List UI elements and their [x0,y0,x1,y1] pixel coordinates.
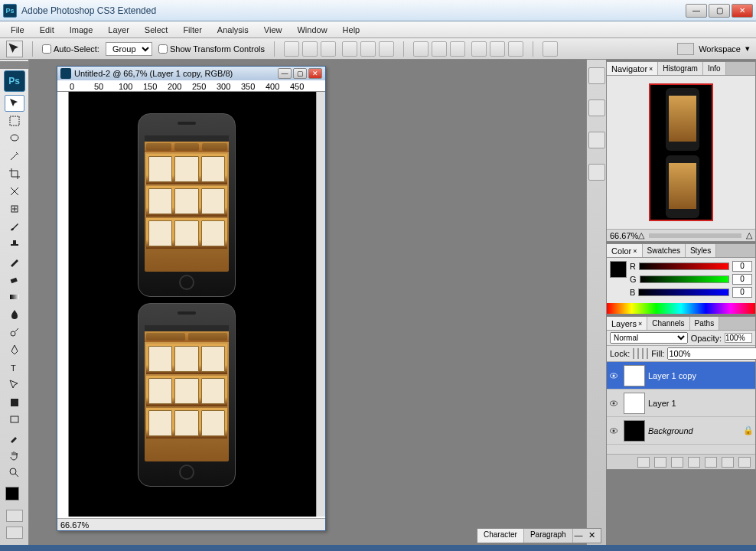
stamp-tool[interactable] [5,236,24,253]
layer-name[interactable]: Layer 1 [648,399,755,408]
group-icon[interactable] [705,457,717,468]
r-slider[interactable] [639,262,729,270]
dock-button-3[interactable] [588,132,605,148]
lock-all-icon[interactable] [647,348,648,359]
crop-tool[interactable] [5,165,24,182]
foreground-color[interactable] [5,487,19,500]
align-left-icon[interactable] [342,41,357,57]
eraser-tool[interactable] [5,271,24,288]
auto-select-checkbox[interactable]: Auto-Select: [42,44,99,54]
zoom-readout[interactable]: 66.67% [60,520,89,530]
tab-info[interactable]: Info [703,62,726,75]
character-panel[interactable]: Character Paragraph — ✕ [477,528,601,543]
r-input[interactable]: 0 [732,261,752,272]
toolbox-grip[interactable] [0,61,28,69]
menu-layer[interactable]: Layer [100,24,137,36]
marquee-tool[interactable] [5,112,24,129]
color-swatch-fg[interactable] [610,261,627,278]
zoom-out-icon[interactable]: △ [638,230,644,240]
canvas[interactable] [69,92,316,517]
blur-tool[interactable] [5,306,24,323]
dock-button-4[interactable] [588,164,605,181]
menu-analysis[interactable]: Analysis [210,24,256,36]
menu-help[interactable]: Help [335,24,368,36]
navigator-zoom-slider[interactable] [649,233,741,238]
layer-name[interactable]: Background [648,426,743,435]
close-button[interactable]: ✕ [732,4,753,18]
visibility-icon[interactable] [607,399,621,408]
hand-tool[interactable] [5,447,24,464]
screenmode-icon[interactable] [6,527,23,539]
panel-minimize-icon[interactable]: — [575,530,585,541]
align-vcenter-icon[interactable] [302,41,318,57]
quickmask-icon[interactable] [6,510,23,522]
dock-button-1[interactable] [588,67,605,84]
navigator-zoom[interactable]: 66.67% [610,231,638,240]
visibility-icon[interactable] [607,426,621,435]
fill-input[interactable] [667,347,756,360]
layer-row[interactable]: Layer 1 copy [607,362,755,390]
color-wells[interactable] [5,487,24,505]
menu-file[interactable]: File [3,24,32,36]
menu-view[interactable]: View [256,24,290,36]
tab-paths[interactable]: Paths [690,317,720,330]
eyedropper-tool[interactable] [5,429,24,446]
panel-close-icon[interactable]: ✕ [588,530,599,541]
visibility-icon[interactable] [607,371,621,380]
layer-thumbnail[interactable] [624,393,645,414]
path-tool[interactable] [5,377,24,393]
distribute-vcenter-icon[interactable] [432,41,447,57]
notes-tool[interactable] [5,412,24,429]
current-tool-icon[interactable] [6,41,23,57]
lasso-tool[interactable] [5,130,24,147]
tab-channels[interactable]: Channels [647,317,689,330]
minimize-button[interactable]: — [686,4,707,18]
shape-tool[interactable] [5,394,24,411]
tab-layers[interactable]: Layers× [607,317,647,330]
mask-icon[interactable] [671,457,683,468]
scrollbar-vertical[interactable] [316,92,325,517]
align-bottom-icon[interactable] [321,41,336,57]
fx-icon[interactable] [654,457,666,468]
link-layers-icon[interactable] [637,457,650,468]
menu-window[interactable]: Window [289,24,334,36]
lock-pixels-icon[interactable] [637,348,639,359]
brush-tool[interactable] [5,218,24,235]
show-transform-checkbox[interactable]: Show Transform Controls [158,44,265,54]
distribute-right-icon[interactable] [508,41,523,57]
pen-tool[interactable] [5,341,24,358]
ruler-horizontal[interactable]: 0 50 100 150 200 250 300 350 400 450 [57,80,325,92]
distribute-top-icon[interactable] [413,41,429,57]
menu-image[interactable]: Image [62,24,101,36]
move-tool[interactable] [5,95,24,112]
tab-paragraph[interactable]: Paragraph [524,529,573,543]
distribute-hcenter-icon[interactable] [490,41,505,57]
auto-select-dropdown[interactable]: Group [106,42,152,56]
lock-position-icon[interactable] [642,348,644,359]
tab-color[interactable]: Color× [607,244,643,257]
dock-button-2[interactable] [588,99,605,116]
blend-mode-select[interactable]: Normal [610,332,688,344]
color-spectrum[interactable] [607,303,755,314]
workspace-switcher[interactable]: Workspace ▾ [677,43,750,55]
type-tool[interactable]: T [5,359,24,376]
doc-minimize-button[interactable]: — [278,68,292,79]
b-input[interactable]: 0 [732,287,752,298]
navigator-preview[interactable] [607,76,755,229]
tab-character[interactable]: Character [477,529,524,543]
dodge-tool[interactable] [5,324,24,341]
ruler-vertical[interactable] [57,92,69,517]
g-input[interactable]: 0 [732,274,752,285]
menu-edit[interactable]: Edit [32,24,62,36]
tab-histogram[interactable]: Histogram [658,62,703,75]
document-titlebar[interactable]: Untitled-2 @ 66,7% (Layer 1 copy, RGB/8)… [57,67,325,80]
doc-maximize-button[interactable]: ▢ [293,68,307,79]
doc-close-button[interactable]: ✕ [308,68,322,79]
tab-navigator[interactable]: Navigator× [607,62,658,75]
align-right-icon[interactable] [379,41,394,57]
g-slider[interactable] [640,276,729,283]
healing-tool[interactable] [5,201,24,217]
zoom-in-icon[interactable]: △ [746,230,752,240]
menu-select[interactable]: Select [137,24,176,36]
distribute-bottom-icon[interactable] [450,41,465,57]
